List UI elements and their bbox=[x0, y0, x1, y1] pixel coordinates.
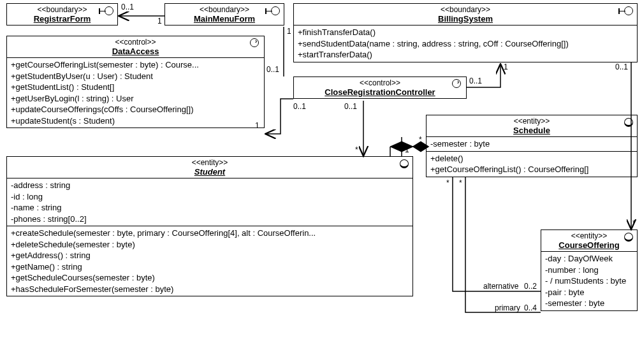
entity-icon bbox=[400, 158, 409, 168]
class-name: MainMenuForm bbox=[168, 14, 281, 24]
stereotype: <<boundary>> bbox=[168, 5, 281, 14]
mult-label: 1 bbox=[504, 62, 508, 71]
class-data-access: <<control>> DataAccess › +getCourseOffer… bbox=[6, 36, 265, 128]
control-icon: › bbox=[250, 38, 260, 48]
entity-icon bbox=[624, 231, 633, 242]
mult-label: 1 bbox=[255, 121, 259, 130]
stereotype: <<boundary>> bbox=[296, 5, 634, 14]
entity-icon bbox=[624, 117, 633, 127]
mult-label: * bbox=[355, 145, 358, 154]
stereotype: <<entity>> bbox=[10, 158, 410, 167]
class-name: CourseOffering bbox=[544, 240, 634, 250]
mult-label: 1 bbox=[287, 27, 291, 36]
role-label: alternative bbox=[483, 282, 518, 291]
mult-label: 0..2 bbox=[524, 282, 537, 291]
mult-label: 1 bbox=[405, 145, 409, 154]
stereotype: <<control>> bbox=[10, 38, 261, 47]
class-student: <<entity>> Student -address : string -id… bbox=[6, 156, 413, 296]
mult-label: 0..1 bbox=[121, 3, 134, 11]
class-registrar-form: <<boundary>> RegistrarForm bbox=[6, 3, 118, 25]
attributes: -day : DayOfWeek -number : long - / numS… bbox=[541, 251, 637, 310]
class-name: RegistrarForm bbox=[10, 14, 115, 24]
mult-label: 0..1 bbox=[344, 102, 357, 111]
role-label: primary bbox=[495, 303, 520, 312]
operations: +finishTransferData() +sendStudentData(n… bbox=[294, 25, 637, 62]
class-close-registration-controller: <<control>> CloseRegistrationController … bbox=[293, 76, 467, 99]
class-name: Schedule bbox=[429, 126, 634, 135]
stereotype: <<entity>> bbox=[429, 117, 634, 126]
boundary-icon bbox=[619, 5, 633, 15]
mult-label: 0..1 bbox=[469, 76, 482, 85]
class-main-menu-form: <<boundary>> MainMenuForm bbox=[164, 3, 284, 25]
class-course-offering: <<entity>> CourseOffering -day : DayOfWe… bbox=[541, 229, 638, 311]
class-billing-system: <<boundary>> BillingSystem +finishTransf… bbox=[293, 3, 638, 62]
mult-label: * bbox=[632, 219, 636, 228]
attributes: -semester : byte bbox=[427, 136, 637, 151]
mult-label: 0..1 bbox=[293, 102, 306, 111]
attributes: -address : string -id : long -name : str… bbox=[7, 178, 412, 226]
mult-label: 0..1 bbox=[615, 62, 628, 71]
stereotype: <<entity>> bbox=[544, 231, 634, 240]
class-name: DataAccess bbox=[10, 47, 261, 56]
class-name: Student bbox=[10, 167, 410, 177]
class-name: CloseRegistrationController bbox=[296, 87, 463, 97]
boundary-icon bbox=[99, 5, 113, 15]
mult-label: 1 bbox=[157, 17, 162, 25]
boundary-icon bbox=[266, 5, 280, 15]
class-schedule: <<entity>> Schedule -semester : byte +de… bbox=[426, 115, 638, 177]
stereotype: <<control>> bbox=[296, 78, 463, 87]
control-icon: › bbox=[452, 78, 462, 89]
mult-label: * bbox=[446, 178, 449, 187]
operations: +getCourseOfferingList(semester : byte) … bbox=[7, 57, 264, 127]
mult-label: * bbox=[419, 135, 422, 144]
operations: +createSchedule(semester : byte, primary… bbox=[7, 226, 412, 296]
class-name: BillingSystem bbox=[296, 14, 634, 24]
mult-label: * bbox=[459, 178, 462, 187]
mult-label: 0..4 bbox=[524, 303, 537, 312]
mult-label: 0..1 bbox=[266, 65, 279, 74]
operations: +delete() +getCourseOfferingList() : Cou… bbox=[427, 151, 637, 177]
